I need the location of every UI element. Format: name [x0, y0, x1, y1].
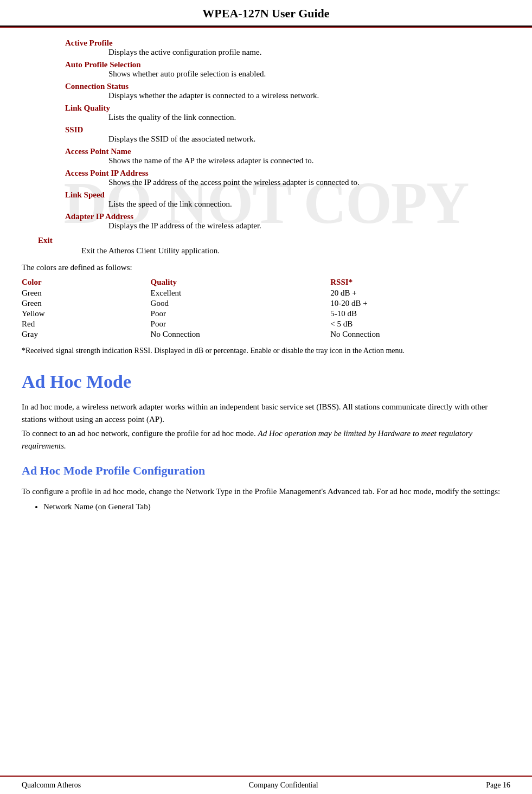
- adhoc-body-1: In ad hoc mode, a wireless network adapt…: [22, 401, 510, 425]
- field-label-ap-ip: Access Point IP Address: [65, 169, 148, 177]
- field-desc-ap-name: Shows the name of the AP the wireless ad…: [108, 156, 510, 165]
- quality-poor-1: Poor: [151, 309, 331, 319]
- field-desc-adapter-ip: Displays the IP address of the wireless …: [108, 221, 510, 230]
- field-label-link-quality: Link Quality: [65, 104, 110, 112]
- exit-label: Exit: [38, 236, 53, 245]
- page-title: WPEA-127N User Guide: [0, 7, 532, 21]
- field-label-auto-profile: Auto Profile Selection: [65, 60, 141, 69]
- quality-good: Good: [151, 298, 331, 309]
- footer-right: Page 16: [486, 781, 510, 790]
- adhoc-config-intro: To configure a profile in ad hoc mode, c…: [22, 485, 510, 498]
- color-gray: Gray: [22, 329, 151, 340]
- adhoc-body-2-italic: Ad Hoc operation may be limited by Hardw…: [22, 429, 472, 450]
- col-header-rssi: RSSI*: [330, 278, 510, 288]
- field-label-adapter-ip: Adapter IP Address: [65, 212, 133, 221]
- list-item: Network Name (on General Tab): [43, 500, 510, 513]
- quality-poor-2: Poor: [151, 319, 331, 329]
- field-label-ap-name: Access Point Name: [65, 147, 131, 156]
- rssi-lt-5db: < 5 dB: [330, 319, 510, 329]
- color-table: Color Quality RSSI* Green Excellent 20 d…: [22, 278, 510, 340]
- field-active-profile: Active Profile Displays the active confi…: [65, 39, 510, 57]
- quality-no-connection: No Connection: [151, 329, 331, 340]
- field-desc-ap-ip: Shows the IP address of the access point…: [108, 178, 510, 187]
- col-header-quality: Quality: [151, 278, 331, 288]
- rssi-5-10db: 5-10 dB: [330, 309, 510, 319]
- field-link-speed: Link Speed Lists the speed of the link c…: [65, 190, 510, 209]
- rssi-10-20db: 10-20 dB +: [330, 298, 510, 309]
- field-connection-status: Connection Status Displays whether the a…: [65, 82, 510, 100]
- color-green-2: Green: [22, 298, 151, 309]
- adhoc-sub-heading: Ad Hoc Mode Profile Configuration: [22, 464, 510, 478]
- adhoc-body-1-text: In ad hoc mode, a wireless network adapt…: [22, 402, 488, 424]
- color-red: Red: [22, 319, 151, 329]
- rssi-no-connection: No Connection: [330, 329, 510, 340]
- adhoc-heading: Ad Hoc Mode: [22, 372, 510, 392]
- field-label-active-profile: Active Profile: [65, 39, 113, 47]
- rssi-20db: 20 dB +: [330, 288, 510, 298]
- field-desc-active-profile: Displays the active configuration profil…: [108, 48, 510, 57]
- exit-desc: Exit the Atheros Client Utility applicat…: [81, 246, 510, 255]
- adhoc-body-2: To connect to an ad hoc network, configu…: [22, 427, 510, 452]
- field-label-link-speed: Link Speed: [65, 190, 105, 199]
- table-row: Red Poor < 5 dB: [22, 319, 510, 329]
- field-desc-connection-status: Displays whether the adapter is connecte…: [108, 91, 510, 100]
- field-ap-name: Access Point Name Shows the name of the …: [65, 147, 510, 165]
- field-ap-ip: Access Point IP Address Shows the IP add…: [65, 169, 510, 187]
- field-label-connection-status: Connection Status: [65, 82, 129, 91]
- field-adapter-ip: Adapter IP Address Displays the IP addre…: [65, 212, 510, 230]
- field-desc-auto-profile: Shows whether auto profile selection is …: [108, 69, 510, 79]
- field-ssid: SSID Displays the SSID of the associated…: [65, 125, 510, 144]
- adhoc-bullet-list: Network Name (on General Tab): [43, 500, 510, 513]
- exit-section: Exit Exit the Atheros Client Utility app…: [38, 236, 510, 255]
- field-list: Active Profile Displays the active confi…: [65, 39, 510, 230]
- field-desc-link-speed: Lists the speed of the link connection.: [108, 200, 510, 209]
- field-auto-profile: Auto Profile Selection Shows whether aut…: [65, 60, 510, 79]
- field-desc-ssid: Displays the SSID of the associated netw…: [108, 135, 510, 144]
- footer-center: Company Confidential: [249, 781, 318, 790]
- field-desc-link-quality: Lists the quality of the link connection…: [108, 113, 510, 122]
- table-row: Green Excellent 20 dB +: [22, 288, 510, 298]
- colors-intro: The colors are defined as follows:: [22, 263, 510, 272]
- page-footer: Qualcomm Atheros Company Confidential Pa…: [0, 776, 532, 794]
- adhoc-body-2-text: To connect to an ad hoc network, configu…: [22, 429, 472, 450]
- table-row: Gray No Connection No Connection: [22, 329, 510, 340]
- table-row: Yellow Poor 5-10 dB: [22, 309, 510, 319]
- color-green-1: Green: [22, 288, 151, 298]
- color-yellow: Yellow: [22, 309, 151, 319]
- quality-excellent: Excellent: [151, 288, 331, 298]
- footer-left: Qualcomm Atheros: [22, 781, 81, 790]
- footnote: *Received signal strength indication RSS…: [22, 345, 510, 356]
- field-link-quality: Link Quality Lists the quality of the li…: [65, 104, 510, 122]
- field-label-ssid: SSID: [65, 125, 83, 134]
- col-header-color: Color: [22, 278, 151, 288]
- page-header: WPEA-127N User Guide: [0, 0, 532, 27]
- table-row: Green Good 10-20 dB +: [22, 298, 510, 309]
